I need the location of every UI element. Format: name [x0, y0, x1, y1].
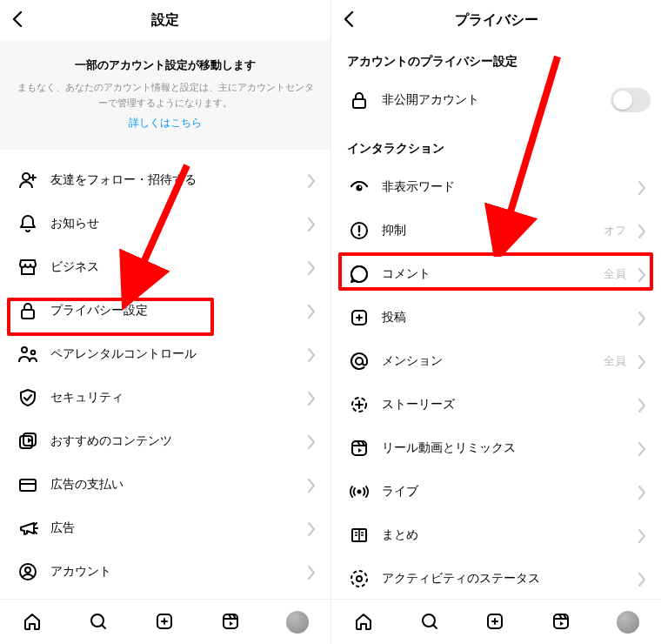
guides-icon [347, 525, 371, 546]
live-icon [347, 481, 371, 502]
row-comments[interactable]: コメント 全員 [331, 252, 661, 296]
chevron-right-icon [631, 482, 651, 501]
row-limits[interactable]: 抑制 オフ [331, 209, 661, 252]
stories-icon [347, 394, 371, 415]
back-button[interactable] [7, 9, 28, 30]
private-toggle[interactable] [611, 88, 651, 112]
nav-profile[interactable] [285, 610, 310, 634]
card-icon [16, 474, 40, 495]
bottom-nav [331, 599, 661, 644]
privacy-screen: プライバシー アカウントのプライバシー設定 非公開アカウント インタラクション … [330, 0, 661, 644]
account-icon [16, 561, 40, 582]
row-business[interactable]: ビジネス [0, 245, 330, 289]
nav-search[interactable] [87, 610, 111, 634]
row-label: アクティビティのステータス [371, 571, 631, 587]
row-ad-payment[interactable]: 広告の支払い [0, 463, 330, 506]
row-label: アカウント [40, 564, 301, 580]
row-label: 投稿 [371, 310, 631, 325]
lock-icon [347, 90, 371, 111]
nav-home[interactable] [352, 610, 377, 634]
reels-icon [347, 438, 371, 459]
row-security[interactable]: セキュリティ [0, 376, 330, 419]
row-label: ライブ [371, 484, 631, 500]
account-center-banner: 一部のアカウント設定が移動します まもなく、あなたのアカウント情報と設定は、主に… [0, 40, 330, 150]
row-label: ペアレンタルコントロール [40, 346, 301, 362]
row-label: 友達をフォロー・招待する [40, 172, 301, 188]
row-suggested[interactable]: おすすめのコンテンツ [0, 419, 330, 463]
section-account-privacy: アカウントのプライバシー設定 [331, 40, 661, 78]
row-guides[interactable]: まとめ [331, 513, 661, 557]
nav-reels[interactable] [550, 610, 574, 634]
page-title: 設定 [151, 11, 179, 30]
nav-create[interactable] [153, 610, 177, 634]
chevron-right-icon [301, 519, 320, 538]
row-account[interactable]: アカウント [0, 550, 330, 594]
chevron-right-icon [631, 265, 651, 284]
chevron-right-icon [301, 562, 320, 581]
row-live[interactable]: ライブ [331, 470, 661, 513]
bell-icon [16, 213, 40, 234]
nav-home[interactable] [21, 610, 45, 634]
limits-icon [347, 220, 371, 241]
row-label: ビジネス [40, 259, 301, 275]
row-label: プライバシー設定 [40, 303, 301, 319]
chevron-right-icon [631, 352, 651, 371]
add-person-icon [16, 170, 40, 191]
row-activity-status[interactable]: アクティビティのステータス [331, 557, 661, 600]
shield-icon [16, 387, 40, 408]
suggested-icon [16, 431, 40, 452]
back-button[interactable] [338, 9, 359, 30]
chevron-right-icon [631, 569, 651, 588]
row-label: リール動画とリミックス [371, 440, 631, 456]
row-label: 抑制 [371, 223, 604, 238]
at-icon [347, 351, 371, 372]
chevron-right-icon [301, 214, 320, 233]
chevron-right-icon [301, 345, 320, 364]
activity-icon [347, 568, 371, 589]
row-follow-invite[interactable]: 友達をフォロー・招待する [0, 158, 330, 202]
row-mentions[interactable]: メンション 全員 [331, 339, 661, 383]
row-reels-remix[interactable]: リール動画とリミックス [331, 426, 661, 470]
row-hidden-words[interactable]: 非表示ワード [331, 165, 661, 209]
chevron-right-icon [631, 439, 651, 458]
row-label: 非公開アカウント [371, 92, 611, 108]
nav-create[interactable] [484, 610, 508, 634]
shop-icon [16, 257, 40, 278]
banner-link[interactable]: 詳しくはこちら [16, 116, 315, 131]
lock-icon [16, 300, 40, 321]
row-posts[interactable]: 投稿 [331, 296, 661, 339]
row-label: メンション [371, 353, 604, 369]
parental-icon [16, 344, 40, 365]
row-label: ストーリーズ [371, 397, 631, 413]
row-label: お知らせ [40, 216, 301, 231]
row-stories[interactable]: ストーリーズ [331, 383, 661, 426]
nav-profile[interactable] [616, 610, 640, 634]
row-label: 広告 [40, 520, 301, 536]
row-ads[interactable]: 広告 [0, 506, 330, 550]
chevron-right-icon [631, 395, 651, 414]
chevron-right-icon [301, 258, 320, 277]
avatar-icon [617, 611, 639, 634]
banner-title: 一部のアカウント設定が移動します [16, 57, 315, 73]
row-value: 全員 [604, 353, 626, 369]
row-parental[interactable]: ペアレンタルコントロール [0, 332, 330, 376]
row-privacy[interactable]: プライバシー設定 [0, 289, 330, 332]
row-notifications[interactable]: お知らせ [0, 202, 330, 245]
row-label: セキュリティ [40, 390, 301, 406]
chevron-right-icon [301, 432, 320, 451]
eye-hidden-icon [347, 177, 371, 198]
avatar-icon [286, 611, 309, 634]
megaphone-icon [16, 518, 40, 539]
row-private-account[interactable]: 非公開アカウント [331, 78, 661, 122]
nav-reels[interactable] [219, 610, 244, 634]
chevron-right-icon [301, 301, 320, 320]
row-value: 全員 [604, 266, 626, 282]
nav-search[interactable] [418, 610, 443, 634]
row-label: コメント [371, 266, 604, 282]
settings-screen: 設定 一部のアカウント設定が移動します まもなく、あなたのアカウント情報と設定は… [0, 0, 330, 644]
bottom-nav [0, 599, 330, 644]
row-label: まとめ [371, 527, 631, 543]
chevron-right-icon [301, 171, 320, 190]
row-label: おすすめのコンテンツ [40, 433, 301, 449]
banner-subtitle: まもなく、あなたのアカウント情報と設定は、主にアカウントセンターで管理するように… [16, 80, 315, 111]
